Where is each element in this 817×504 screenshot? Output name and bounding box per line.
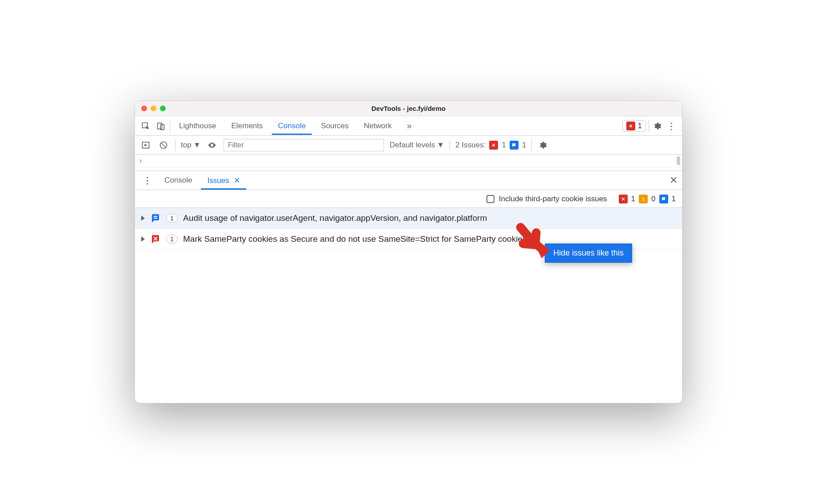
annotation-arrow-icon <box>514 222 554 264</box>
info-count: 1 <box>672 195 676 203</box>
error-count: 1 <box>631 195 635 203</box>
expand-icon[interactable] <box>141 236 145 242</box>
issue-row[interactable]: 1 Audit usage of navigator.userAgent, na… <box>135 208 682 229</box>
context-menu-item-hide[interactable]: Hide issues like this <box>545 244 632 263</box>
issue-title: Audit usage of navigator.userAgent, navi… <box>183 212 676 224</box>
issue-count-badge: 1 <box>166 235 178 244</box>
issues-toolbar: Include third-party cookie issues 1 0 1 <box>135 190 682 208</box>
drawer-tab-issues[interactable]: Issues ✕ <box>201 171 246 190</box>
more-options-icon[interactable]: ⋮ <box>665 120 678 132</box>
inspect-element-icon[interactable] <box>139 120 152 132</box>
error-count: 1 <box>638 122 642 130</box>
third-party-checkbox[interactable] <box>486 195 494 203</box>
issues-info-count: 1 <box>522 141 526 150</box>
console-toolbar: top ▼ Default levels ▼ 2 Issues: 1 1 <box>135 136 682 154</box>
drawer-tab-issues-label: Issues <box>207 176 229 185</box>
expand-icon[interactable] <box>141 215 145 221</box>
filter-input[interactable] <box>224 139 384 151</box>
warning-icon <box>639 195 648 203</box>
context-label: top <box>181 141 192 150</box>
svg-rect-8 <box>154 218 157 219</box>
toggle-sidebar-icon[interactable] <box>139 139 152 151</box>
context-selector[interactable]: top ▼ <box>181 141 200 150</box>
third-party-label: Include third-party cookie issues <box>499 195 607 203</box>
svg-rect-7 <box>154 216 157 217</box>
error-icon <box>489 141 498 150</box>
divider <box>531 139 532 151</box>
svg-rect-6 <box>643 200 644 201</box>
more-tabs-button[interactable]: » <box>400 116 418 135</box>
issues-error-count: 1 <box>502 141 506 150</box>
issues-label: 2 Issues: <box>455 141 486 150</box>
tab-network[interactable]: Network <box>358 117 398 135</box>
tab-elements[interactable]: Elements <box>225 117 269 135</box>
tab-sources[interactable]: Sources <box>315 117 355 135</box>
divider <box>170 120 170 132</box>
chevron-down-icon: ▼ <box>437 141 445 150</box>
close-window-button[interactable] <box>141 106 147 111</box>
window-title: DevTools - jec.fyi/demo <box>135 105 682 112</box>
svg-rect-5 <box>643 198 644 199</box>
close-tab-icon[interactable]: ✕ <box>234 176 240 185</box>
warning-count: 0 <box>651 195 655 203</box>
info-icon <box>659 195 668 203</box>
minimize-window-button[interactable] <box>151 106 156 111</box>
issue-counts: 1 0 1 <box>619 195 676 203</box>
prompt-glyph: › <box>139 157 142 164</box>
error-icon <box>626 122 635 130</box>
drawer-tabs: ⋮ Console Issues ✕ ✕ <box>135 171 682 190</box>
clear-console-icon[interactable] <box>157 139 170 151</box>
error-icon <box>619 195 628 203</box>
window-controls <box>141 106 166 111</box>
titlebar: DevTools - jec.fyi/demo <box>135 101 682 116</box>
info-issue-icon <box>150 213 161 224</box>
issue-count-badge: 1 <box>166 214 178 223</box>
log-levels-selector[interactable]: Default levels ▼ <box>389 141 444 150</box>
info-icon <box>510 141 519 150</box>
drawer-tab-console[interactable]: Console <box>158 171 198 189</box>
svg-rect-1 <box>158 123 162 129</box>
console-settings-icon[interactable] <box>537 140 548 150</box>
divider <box>649 120 649 132</box>
main-tabs: Lighthouse Elements Console Sources Netw… <box>135 116 682 136</box>
devtools-window: DevTools - jec.fyi/demo Lighthouse Eleme… <box>135 101 682 403</box>
issue-title: Mark SameParty cookies as Secure and do … <box>183 233 676 245</box>
tab-lighthouse[interactable]: Lighthouse <box>173 117 222 135</box>
maximize-window-button[interactable] <box>160 106 166 111</box>
device-toolbar-icon[interactable] <box>155 120 167 132</box>
error-issue-icon <box>150 234 161 244</box>
chevron-down-icon: ▼ <box>193 141 201 150</box>
tab-console[interactable]: Console <box>272 117 312 135</box>
console-prompt[interactable]: › <box>135 154 682 168</box>
live-expression-icon[interactable] <box>206 139 218 151</box>
drawer-more-icon[interactable]: ⋮ <box>139 175 155 186</box>
error-count-pill[interactable]: 1 <box>622 120 646 132</box>
settings-icon[interactable] <box>652 121 662 131</box>
levels-label: Default levels <box>389 141 435 150</box>
close-drawer-icon[interactable]: ✕ <box>670 175 678 186</box>
divider <box>175 139 176 151</box>
issues-summary[interactable]: 2 Issues: 1 1 <box>449 141 526 150</box>
